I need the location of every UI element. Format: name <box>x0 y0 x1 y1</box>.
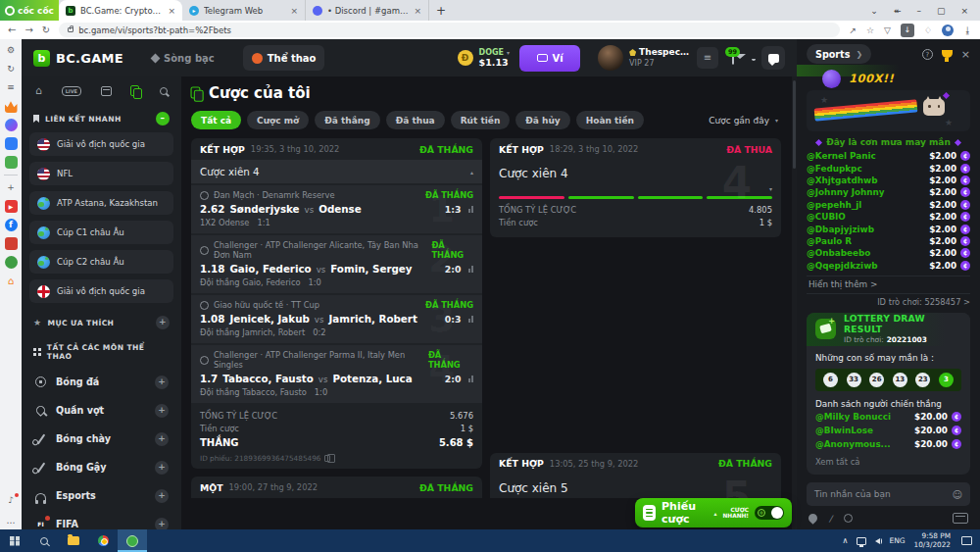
downloads-tray-icon[interactable]: ⭳ <box>963 25 972 35</box>
tab-search-icon[interactable]: ⌄ <box>870 6 878 16</box>
chat-room-selector[interactable]: Sports ❯ <box>807 44 871 64</box>
bell-icon[interactable]: ♪ <box>5 494 18 507</box>
trophy-icon[interactable] <box>942 50 953 58</box>
mail-button[interactable]: 99 <box>732 53 734 64</box>
sidebar-item-baseball[interactable]: Bóng chày + <box>29 425 173 453</box>
reading-list-icon[interactable]: ≡ <box>5 81 18 94</box>
quick-link-row[interactable]: NFL <box>29 162 173 185</box>
rain-entry[interactable]: @Xhjtgatdhwb$2.00¢ <box>807 175 970 186</box>
sidebar-item-cricket[interactable]: Bóng Gậy + <box>29 453 173 481</box>
chrome-button[interactable] <box>88 529 118 552</box>
winner-entry[interactable]: @Milky Bonucci$20.00¢ <box>815 410 961 423</box>
show-more-link[interactable]: Hiển thị thêm > <box>807 276 970 294</box>
nyan-cat-banner[interactable]: ★ ★ <box>807 90 970 131</box>
tab-telegram[interactable]: ▸ Telegram Web × <box>182 0 306 21</box>
coccoc-browser-logo[interactable]: cốc cốc <box>0 0 59 21</box>
winner-entry[interactable]: @Anonymous...$20.00¢ <box>815 438 961 451</box>
rain-entry[interactable]: @CUBIO$2.00¢ <box>807 211 970 223</box>
expand-button[interactable]: + <box>155 404 169 418</box>
tab-close-icon[interactable]: × <box>290 6 298 16</box>
filter-cancelled[interactable]: Đã hủy <box>515 111 569 129</box>
chat-rules-icon[interactable]: ? <box>922 49 933 60</box>
back-icon[interactable]: ← <box>8 25 16 35</box>
coin-drop-icon[interactable] <box>844 514 853 523</box>
new-tab-button[interactable]: + <box>429 0 453 21</box>
crown-icon[interactable] <box>5 100 18 113</box>
start-button[interactable] <box>0 529 29 552</box>
red-app-icon[interactable] <box>5 237 18 250</box>
quick-link-row[interactable]: Cúp C2 châu Âu <box>29 250 173 274</box>
youtube-icon[interactable]: ▶ <box>5 200 18 213</box>
copy-icon[interactable] <box>324 455 330 462</box>
coccoc-button[interactable] <box>118 529 147 552</box>
tab-discord[interactable]: • Discord | #games | BC G × <box>306 0 429 21</box>
filter-won[interactable]: Đã thắng <box>315 111 379 129</box>
emoji-icon[interactable]: ☺ <box>953 489 962 500</box>
filter-cashout[interactable]: Rút tiền <box>451 111 511 129</box>
browser-tools-icon[interactable]: ↞ <box>894 6 902 16</box>
stats-icon[interactable] <box>468 316 474 323</box>
zalo-icon[interactable] <box>5 137 18 150</box>
sort-dropdown[interactable]: Cược gần đây ▾ <box>709 116 782 125</box>
rain-tool-icon[interactable] <box>807 512 819 525</box>
quick-link-row[interactable]: Giải vô địch quốc gia <box>29 132 173 156</box>
winner-entry[interactable]: @BIwinLose$20.00¢ <box>815 424 961 436</box>
sidebar-item-fifa[interactable]: FI FIFA + <box>29 510 173 529</box>
settings-gear-icon[interactable]: ⚙ <box>5 44 18 57</box>
bet-leg[interactable]: 4 Challenger · ATP Challenger Parma II, … <box>191 345 482 403</box>
forward-icon[interactable]: → <box>24 25 32 35</box>
lottery-result-card[interactable]: LOTTERY DRAW RESULT ID trò chơi: 2022100… <box>807 313 970 475</box>
bet-card-combo-won[interactable]: KẾT HỢP 19:35, 3 thg 10, 2022 ĐÃ THẮNG C… <box>191 138 482 469</box>
add-shortcut-icon[interactable]: + <box>5 181 18 194</box>
nav-casino[interactable]: Sòng bạc <box>143 45 223 71</box>
combo-subheader[interactable]: Cược xiên 4 ▴ <box>191 160 482 183</box>
bet-leg[interactable]: 1 Đan Mạch · Denamrk Reserve ĐÃ THẮNG 2.… <box>191 185 482 233</box>
filter-refunded[interactable]: Hoàn tiền <box>576 111 644 129</box>
sidebar-item-esports[interactable]: Esports + <box>29 481 173 510</box>
expand-button[interactable]: + <box>155 376 169 389</box>
rain-entry[interactable]: @Onbabeebo$2.00¢ <box>807 247 970 259</box>
maximize-button[interactable]: ▢ <box>937 6 946 16</box>
avatar[interactable] <box>598 45 623 71</box>
shopping-cart-icon[interactable]: ⌂ <box>5 275 18 287</box>
bet-leg[interactable]: 3 Giao hữu quốc tế · TT Cup ĐÃ THẮNG 1.0… <box>191 295 482 343</box>
messenger-icon[interactable] <box>5 119 18 131</box>
notifications-icon[interactable]: ♢ <box>924 25 932 35</box>
betslip-button[interactable]: Phiếu cược ▴ CƯỢC NHANH! + <box>635 498 792 527</box>
tab-bcgame[interactable]: b BC.Game: Crypto Casino Gan × <box>59 0 182 21</box>
user-info[interactable]: Thespec… VIP 27 <box>629 47 689 69</box>
home-icon[interactable]: ⌂ <box>35 84 42 97</box>
stats-icon[interactable] <box>468 266 474 273</box>
live-icon[interactable]: LIVE <box>62 86 81 96</box>
filter-open[interactable]: Cược mở <box>247 111 309 129</box>
nav-sports[interactable]: Thể thao <box>243 45 325 71</box>
filter-all[interactable]: Tất cả <box>191 111 241 129</box>
commands-icon[interactable]: / <box>829 514 832 524</box>
minimize-button[interactable]: – <box>916 6 921 16</box>
expand-button[interactable]: + <box>155 432 169 446</box>
bcgame-logo-icon[interactable]: b <box>33 50 50 67</box>
rain-entry[interactable]: @Johnny Johnny$2.00¢ <box>807 186 970 198</box>
rain-entry[interactable]: @Paulo R$2.00¢ <box>807 235 970 247</box>
currency-selector[interactable]: Ð DOGE ▾ $1.13 <box>458 48 511 68</box>
bet-card-combo-lost[interactable]: KẾT HỢP 18:29, 3 thg 10, 2022 ĐÃ THUA 4 … <box>490 138 781 237</box>
browser-profile-avatar[interactable] <box>942 25 954 36</box>
stats-icon[interactable] <box>468 376 474 382</box>
share-icon[interactable]: ↗ <box>849 25 857 35</box>
green-app-icon[interactable] <box>5 256 18 269</box>
shield-icon[interactable]: ▽ <box>884 25 891 35</box>
quick-bet-toggle[interactable]: + <box>755 506 784 520</box>
my-bets-icon[interactable] <box>130 85 140 97</box>
bookmark-star-icon[interactable]: ☆ <box>866 25 874 35</box>
bcgame-logo-text[interactable]: BC.GAME <box>56 51 123 66</box>
account-menu-button[interactable]: ≡ <box>697 47 718 69</box>
sidebar-item-tennis[interactable]: Quần vợt + <box>29 396 173 425</box>
filter-lost[interactable]: Đã thua <box>386 111 445 129</box>
chat-toggle-button[interactable] <box>761 46 785 70</box>
calendar-icon[interactable] <box>101 86 112 96</box>
gif-keyboard-icon[interactable] <box>953 513 968 524</box>
network-icon[interactable] <box>857 537 866 545</box>
clock[interactable]: 9:58 PM 10/3/2022 <box>914 532 951 549</box>
rain-entry[interactable]: @Qqepjdkziwb$2.00¢ <box>807 260 970 272</box>
history-icon[interactable]: ↻ <box>5 63 18 75</box>
